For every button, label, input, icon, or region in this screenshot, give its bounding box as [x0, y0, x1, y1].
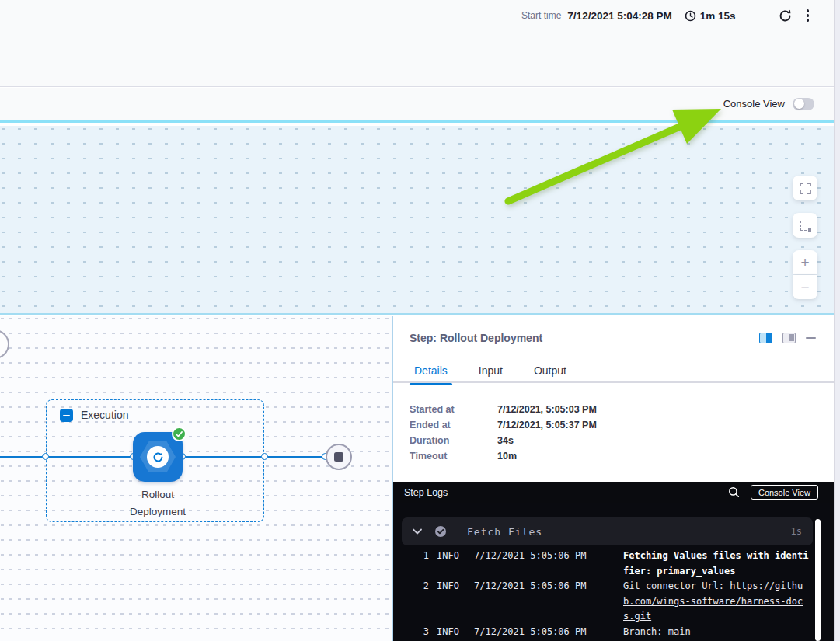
start-time-label: Start time — [521, 10, 561, 21]
console-view-label: Console View — [723, 98, 785, 110]
log-row: 3 INFO 7/12/2021 5:05:06 PM Branch: main — [393, 625, 840, 640]
console-view-bar: Console View — [0, 88, 840, 123]
detail-row: Started at 7/12/2021, 5:05:03 PM — [410, 402, 597, 417]
details-list: Started at 7/12/2021, 5:05:03 PM Ended a… — [410, 402, 597, 464]
step-logs-bar: Step Logs Console View — [393, 482, 840, 503]
tab-divider — [393, 381, 840, 383]
end-node[interactable] — [326, 444, 352, 470]
offscreen-node — [0, 329, 9, 359]
minus-icon: − — [800, 280, 809, 294]
zoom-out-button[interactable]: − — [793, 275, 817, 299]
collapse-group-button[interactable] — [60, 409, 73, 422]
plus-icon: + — [800, 255, 809, 270]
split-view-bottom-icon[interactable] — [782, 333, 796, 343]
refresh-button[interactable] — [776, 7, 794, 25]
console-view-toggle[interactable] — [793, 98, 814, 110]
rollout-icon — [147, 446, 169, 468]
log-rows: 1 INFO 7/12/2021 5:05:06 PM Fetching Val… — [393, 549, 840, 639]
step-details-panel: Step: Rollout Deployment Details Input O… — [393, 316, 840, 641]
split-view-right-icon[interactable] — [759, 333, 772, 343]
start-time-value: 7/12/2021 5:04:28 PM — [567, 10, 671, 22]
log-message: Git connector Url: https://github.com/wi… — [623, 579, 809, 625]
check-circle-icon — [434, 525, 447, 538]
execution-group-label: Execution — [81, 409, 128, 421]
success-badge-icon — [172, 427, 186, 441]
fullscreen-button[interactable] — [793, 176, 817, 200]
pipeline-canvas: + − — [0, 126, 840, 315]
zoom-in-button[interactable]: + — [793, 250, 817, 274]
canvas-zoom-controls: + − — [793, 176, 817, 299]
top-bar: Start time 7/12/2021 5:04:28 PM 1m 15s — [0, 0, 840, 87]
stop-square-icon — [334, 452, 343, 462]
page-scrollbar-track[interactable] — [834, 0, 840, 641]
step-logs-section: Step Logs Console View Fet — [393, 482, 840, 641]
minimize-panel-icon[interactable] — [806, 337, 816, 340]
toggle-knob — [794, 99, 804, 109]
log-row: 1 INFO 7/12/2021 5:05:06 PM Fetching Val… — [393, 549, 840, 579]
panel-title: Step: Rollout Deployment — [410, 332, 542, 344]
connection-point — [42, 453, 49, 460]
log-message: Fetching Values files with identifier: p… — [623, 549, 809, 579]
detail-row: Timeout 10m — [410, 448, 597, 464]
fullscreen-icon — [800, 183, 811, 194]
marquee-icon — [800, 221, 810, 231]
log-group-fetch-files[interactable]: Fetch Files 1s — [402, 517, 813, 545]
search-icon[interactable] — [728, 486, 740, 498]
execution-graph-canvas: Execution Rollout Deployment — [0, 316, 393, 641]
rollout-deployment-node[interactable] — [133, 432, 183, 482]
node-label: Rollout Deployment — [118, 486, 197, 521]
logs-scrollbar-thumb[interactable] — [815, 519, 821, 641]
log-group-duration: 1s — [791, 526, 802, 537]
pipeline-execution-page: Start time 7/12/2021 5:04:28 PM 1m 15s C… — [0, 0, 840, 641]
clock-icon — [685, 10, 696, 22]
logs-console-view-button[interactable]: Console View — [751, 485, 818, 500]
elapsed-duration: 1m 15s — [700, 10, 736, 22]
log-message: Branch: main — [623, 625, 809, 640]
step-logs-title: Step Logs — [404, 487, 448, 498]
detail-row: Duration 34s — [410, 433, 597, 448]
refresh-icon — [778, 9, 793, 23]
more-options-button[interactable] — [805, 8, 811, 23]
log-group-name: Fetch Files — [467, 526, 542, 538]
connection-point — [261, 453, 268, 460]
marquee-select-button[interactable] — [793, 213, 817, 238]
log-row: 2 INFO 7/12/2021 5:05:06 PM Git connecto… — [393, 579, 840, 625]
panel-actions — [759, 333, 816, 343]
detail-row: Ended at 7/12/2021, 5:05:37 PM — [410, 417, 597, 433]
chevron-down-icon — [413, 528, 422, 535]
